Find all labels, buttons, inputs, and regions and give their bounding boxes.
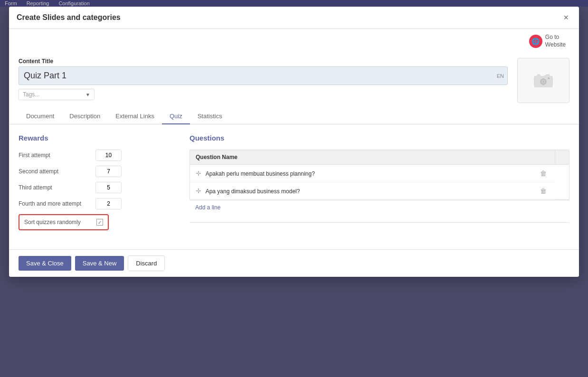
drag-handle-icon[interactable]: ✛ xyxy=(196,187,201,195)
globe-icon: 🌐 xyxy=(529,35,542,48)
action-header xyxy=(555,150,569,165)
add-line-button[interactable]: Add a line xyxy=(190,200,569,215)
topbar-reporting[interactable]: Reporting xyxy=(27,0,49,6)
modal-body: 🌐 Go to Website Content Title EN Tags...… xyxy=(9,29,579,249)
content-title-wrapper: EN xyxy=(19,66,508,85)
table-row: ✛ Apa yang dimaksud business model? 🗑 xyxy=(190,182,569,200)
question-1-delete-button[interactable]: 🗑 xyxy=(537,169,550,178)
first-attempt-input[interactable] xyxy=(95,150,122,161)
question-name-header: Question Name xyxy=(190,150,555,165)
content-title-input[interactable] xyxy=(19,66,508,85)
question-1-name[interactable]: Apakah perlu membuat business planning? xyxy=(206,170,315,177)
go-to-website-button[interactable]: 🌐 Go to Website xyxy=(525,32,569,50)
modal-footer: Save & Close Save & New Discard xyxy=(9,249,579,277)
bottom-spacer xyxy=(9,240,579,249)
discard-button[interactable]: Discard xyxy=(128,255,165,271)
questions-title: Questions xyxy=(190,134,569,142)
question-2-cell: ✛ Apa yang dimaksud business model? xyxy=(190,182,531,200)
question-2-delete-cell: 🗑 xyxy=(531,182,555,200)
sort-quizzes-checkbox[interactable]: ✓ xyxy=(96,219,103,226)
camera-icon: + xyxy=(534,72,553,89)
fourth-attempt-input[interactable] xyxy=(95,198,122,209)
first-attempt-row: First attempt xyxy=(19,150,171,161)
tab-external-links[interactable]: External Links xyxy=(108,109,162,124)
second-attempt-label: Second attempt xyxy=(19,168,90,175)
content-title-label: Content Title xyxy=(19,58,508,65)
rewards-title: Rewards xyxy=(19,134,171,142)
quiz-tab-content: Rewards First attempt Second attempt Thi… xyxy=(9,124,579,240)
fourth-attempt-label: Fourth and more attempt xyxy=(19,200,90,207)
tabs-bar: Document Description External Links Quiz… xyxy=(9,109,579,124)
modal-overlay: Create Slides and categories × 🌐 Go to W… xyxy=(0,0,588,377)
drag-handle-icon[interactable]: ✛ xyxy=(196,170,201,177)
modal-dialog: Create Slides and categories × 🌐 Go to W… xyxy=(9,7,579,277)
form-main: Content Title EN Tags... ▼ xyxy=(19,58,508,100)
questions-table: Question Name ✛ Apakah perlu membuat bus… xyxy=(190,150,569,200)
first-attempt-label: First attempt xyxy=(19,152,90,159)
tab-quiz[interactable]: Quiz xyxy=(162,109,190,124)
form-area: Content Title EN Tags... ▼ xyxy=(9,50,579,103)
sort-quizzes-row: Sort quizzes randomly ✓ xyxy=(19,214,109,230)
fourth-attempt-row: Fourth and more attempt xyxy=(19,198,171,209)
topbar: Form Reporting Configuration xyxy=(0,0,588,7)
second-attempt-input[interactable] xyxy=(95,166,122,177)
question-2-delete-button[interactable]: 🗑 xyxy=(537,186,550,196)
modal-header: Create Slides and categories × xyxy=(9,7,579,29)
tags-select[interactable]: Tags... ▼ xyxy=(19,89,95,100)
question-1-delete-cell: 🗑 xyxy=(531,165,555,182)
image-upload[interactable]: + xyxy=(517,58,569,103)
tags-placeholder: Tags... xyxy=(23,91,39,98)
tab-statistics[interactable]: Statistics xyxy=(190,109,230,124)
chevron-down-icon: ▼ xyxy=(85,92,90,97)
lang-badge: EN xyxy=(497,73,504,79)
svg-point-2 xyxy=(548,77,550,79)
topbar-form[interactable]: Form xyxy=(5,0,17,6)
tab-description[interactable]: Description xyxy=(62,109,108,124)
save-new-button[interactable]: Save & New xyxy=(75,256,124,271)
save-close-button[interactable]: Save & Close xyxy=(19,256,71,271)
third-attempt-label: Third attempt xyxy=(19,184,90,191)
tab-document[interactable]: Document xyxy=(19,109,62,124)
modal-title: Create Slides and categories xyxy=(17,13,121,22)
rewards-section: Rewards First attempt Second attempt Thi… xyxy=(19,134,171,230)
modal-close-button[interactable]: × xyxy=(560,12,571,23)
table-row: ✛ Apakah perlu membuat business planning… xyxy=(190,165,569,182)
questions-section: Questions Question Name ✛ xyxy=(190,134,569,230)
sort-quizzes-label: Sort quizzes randomly xyxy=(24,219,91,226)
go-to-website-bar: 🌐 Go to Website xyxy=(9,29,579,50)
question-1-cell: ✛ Apakah perlu membuat business planning… xyxy=(190,165,531,182)
question-2-name[interactable]: Apa yang dimaksud business model? xyxy=(206,188,300,195)
second-attempt-row: Second attempt xyxy=(19,166,171,177)
table-footer: Add a line xyxy=(190,200,569,215)
table-end-line xyxy=(190,222,569,226)
go-to-website-label: Go to Website xyxy=(545,34,566,48)
third-attempt-input[interactable] xyxy=(95,182,122,193)
third-attempt-row: Third attempt xyxy=(19,182,171,193)
svg-text:+: + xyxy=(542,80,545,84)
topbar-configuration[interactable]: Configuration xyxy=(58,0,89,6)
